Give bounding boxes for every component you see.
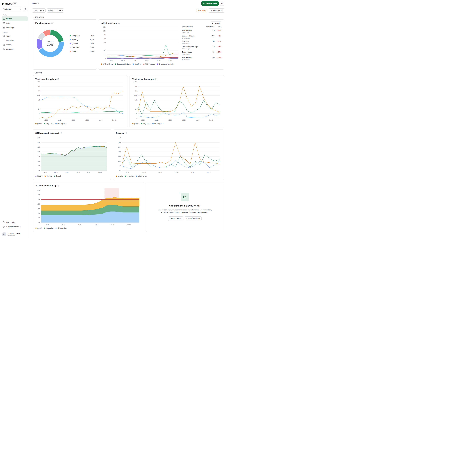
total-runs-legend: growth inngestbot github-pr-bot (35, 123, 125, 124)
svg-text:12:00: 12:00 (76, 172, 79, 173)
sidebar-item-functions[interactable]: Functions (2, 38, 28, 43)
total-steps-chart: 100M10M1M100K10K10010118:00Jun 1906:0012… (132, 81, 222, 122)
apps-filter[interactable]: Apps All (32, 8, 45, 13)
svg-text:100K: 100K (103, 38, 106, 40)
functions-filter[interactable]: Functions All (47, 8, 64, 13)
card-title: Backlog (116, 132, 124, 134)
legend-dot (116, 176, 117, 177)
svg-text:1M: 1M (104, 34, 106, 36)
table-row[interactable]: Web Analytics5 mins ago 10 0.5% (182, 29, 221, 34)
svg-text:06:00: 06:00 (65, 172, 68, 173)
collapse-chevron-icon[interactable] (33, 73, 34, 73)
svg-text:35 K: 35 K (118, 137, 121, 139)
legend-dot (136, 176, 137, 177)
command-k-shortcut[interactable]: ⌘ K (13, 2, 17, 5)
help-circle-icon[interactable]: ? (155, 78, 157, 80)
functions-icon (3, 39, 5, 41)
function-status-card: Function status ? Total runs 2047 Co (33, 19, 96, 70)
svg-text:0 K: 0 K (119, 170, 121, 171)
sidebar-item-apps[interactable]: Apps (2, 34, 28, 38)
account-concurrency-chart: 35 K30 K25 K20 K15 K10 K5 K0 K18:00Jun 1… (35, 187, 141, 226)
gear-icon: ⚙ (221, 2, 223, 5)
legend-item: inngestbot (125, 175, 134, 177)
legend-item: Started (35, 175, 42, 177)
svg-text:18:00: 18:00 (109, 60, 113, 61)
table-header-failed-runs: Failed runs (205, 26, 214, 28)
table-header-rate: Rate (214, 26, 221, 28)
table-row[interactable]: Web Analytics35 mins ago 50 1.67% (182, 56, 221, 61)
webhooks-icon (3, 48, 5, 50)
svg-text:10: 10 (136, 113, 137, 114)
sidebar-item-metrics[interactable]: Metrics (2, 16, 28, 21)
svg-text:35 K: 35 K (38, 190, 40, 191)
help-circle-icon[interactable]: ? (125, 132, 127, 134)
legend-item: inngestbot (44, 227, 53, 229)
legend-item: github-pr-bot (55, 123, 66, 124)
total-runs-chart: 100M10M1M100K10K10010118:00Jun 1906:0012… (35, 81, 125, 122)
refresh-page-button[interactable]: Refresh page (201, 1, 219, 6)
legend-dot (55, 123, 57, 124)
svg-text:Jun 20: Jun 20 (127, 224, 131, 225)
sidebar-item-webhooks[interactable]: Webhooks (2, 47, 28, 51)
main-header: Metrics Refresh page ⚙ (30, 0, 227, 7)
svg-text:06:00: 06:00 (168, 119, 172, 121)
table-row[interactable]: Deploy notification10 mins ago 700 0.1% (182, 34, 221, 40)
environment-filter-button[interactable] (23, 7, 28, 11)
table-row[interactable]: New lead20 mins ago 40 0.3% (182, 40, 221, 45)
legend-dot (141, 123, 142, 124)
svg-text:30 K: 30 K (38, 142, 40, 143)
sidebar-item-events[interactable]: Events (2, 43, 28, 47)
help-circle-icon[interactable]: ? (57, 185, 59, 187)
environment-select[interactable]: Production (2, 7, 22, 11)
user-menu[interactable]: CN Company name User name (0, 230, 29, 238)
functions-filter-label: Functions (47, 8, 57, 13)
request-charts-button[interactable]: Request charts (168, 216, 183, 221)
svg-text:18:00: 18:00 (99, 119, 102, 121)
sidebar-item-help[interactable]: Help and feedback (2, 225, 28, 229)
settings-button[interactable]: ⚙ (220, 1, 224, 6)
sidebar-item-runs[interactable]: Runs (2, 21, 28, 25)
table-row[interactable]: Onboarding campaign22 mins ago 10 0.5% (182, 45, 221, 50)
legend-item: inngestbot (141, 123, 150, 124)
help-circle-icon[interactable]: ? (60, 132, 62, 134)
card-title: Total steps throughput (132, 78, 154, 80)
sidebar-item-integrations[interactable]: Integrations (2, 220, 28, 225)
svg-text:15 K: 15 K (118, 156, 121, 157)
help-circle-icon[interactable]: ? (118, 22, 120, 24)
view-all-button[interactable]: View all (211, 22, 221, 25)
svg-text:35 K: 35 K (38, 137, 40, 139)
legend-item: growth (35, 227, 42, 229)
help-circle-icon[interactable]: ? (57, 78, 59, 80)
total-steps-legend: growth inngestbot github-pr-bot (132, 123, 222, 124)
environment-value: Production (3, 8, 11, 10)
function-status-donut: Total runs 2047 (36, 30, 64, 57)
card-title: SDK request throughput (35, 132, 59, 134)
svg-text:1M: 1M (38, 90, 40, 92)
sdk-request-throughput-card: SDK request throughput? 35 K30 K25 K20 K… (33, 129, 111, 180)
events-icon (3, 44, 5, 46)
give-feedback-button[interactable]: Give us feedback (185, 216, 201, 221)
chevron-down-icon (61, 10, 63, 11)
legend-dot (45, 176, 46, 177)
total-runs-throughput-card: Total runs throughput? 100M10M1M100K10K1… (33, 75, 128, 127)
svg-text:18:00: 18:00 (191, 172, 194, 173)
backlog-legend: growth inngestbot github-pr-bot (116, 175, 221, 177)
legend-item: Stripe invoice (143, 63, 155, 65)
help-circle-icon[interactable]: ? (51, 22, 53, 24)
sidebar: inngest ⌘ K Production Monitor Metrics R… (0, 0, 30, 238)
svg-text:100M: 100M (103, 26, 106, 28)
time-range-select[interactable]: 24 hours ago (209, 8, 224, 13)
svg-text:30 K: 30 K (118, 142, 121, 143)
failed-functions-card: Failed functions ? View all 100M10M1M100… (98, 19, 224, 70)
failed-functions-legend: Web Analytics Deploy notifications New l… (101, 63, 180, 65)
svg-text:10K: 10K (135, 99, 137, 101)
svg-text:100M: 100M (134, 81, 137, 83)
table-row[interactable]: Stripe invoice25 mins ago 60 0.07% (182, 50, 221, 56)
collapse-chevron-icon[interactable] (33, 17, 34, 17)
volume-section-header: VOLUME (33, 72, 224, 74)
svg-text:100: 100 (104, 50, 106, 51)
svg-text:100K: 100K (134, 95, 137, 96)
feedback-body: Let our team know which charts are most … (154, 209, 216, 214)
svg-text:1: 1 (105, 58, 106, 59)
sidebar-item-event-logs[interactable]: Event logs (2, 25, 28, 30)
